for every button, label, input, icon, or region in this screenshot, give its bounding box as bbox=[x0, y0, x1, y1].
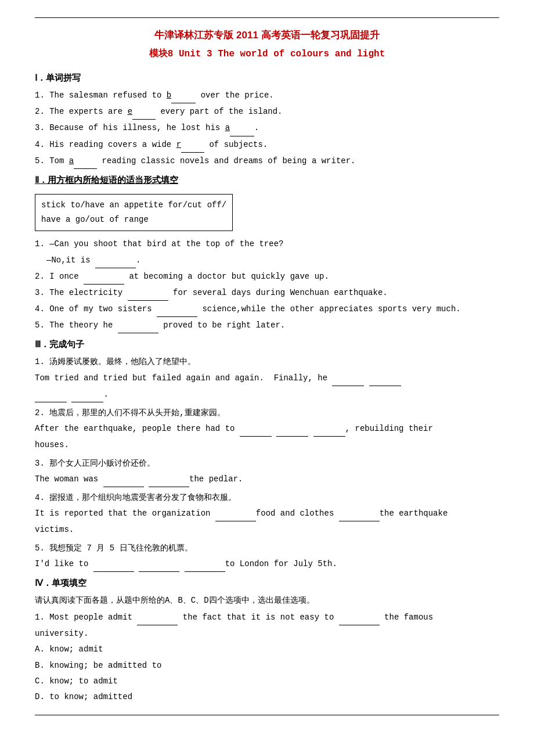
s3-blank-4a bbox=[215, 506, 256, 521]
s3-blank-1a bbox=[332, 371, 364, 386]
s3-cn-4: 4. 据报道，那个组织向地震受害者分发了食物和衣服。 bbox=[35, 491, 499, 505]
section-4-header: Ⅳ．单项填空 bbox=[35, 578, 499, 589]
s4-blank-1b bbox=[339, 610, 380, 625]
s3-en-1: Tom tried and tried but failed again and… bbox=[35, 371, 499, 386]
s2-blank-4 bbox=[157, 302, 197, 317]
s2-item-3: 3. The electricity for several days duri… bbox=[35, 286, 499, 301]
s3-en-2-cont: houses. bbox=[35, 438, 499, 452]
phrase-box: stick to/have an appetite for/cut off/ h… bbox=[35, 194, 233, 231]
top-divider bbox=[35, 17, 499, 18]
s1-answer-3: a bbox=[225, 123, 230, 132]
s3-blank-2a bbox=[240, 422, 272, 437]
s2-item-5: 5. The theory he proved to be right late… bbox=[35, 318, 499, 333]
section-3: Ⅲ．完成句子 1. 汤姆屡试屡败。最终，他陷入了绝望中。 Tom tried a… bbox=[35, 339, 499, 571]
section-1-header: Ⅰ．单词拼写 bbox=[35, 73, 499, 84]
s2-item-1a: 1. —Can you shoot that bird at the top o… bbox=[35, 237, 499, 251]
s4-blank-1a bbox=[137, 610, 178, 625]
s3-blank-2c bbox=[313, 422, 345, 437]
s3-en-3: The woman was the pedlar. bbox=[35, 472, 499, 487]
s2-item-4: 4. One of my two sisters science,while t… bbox=[35, 302, 499, 317]
section-2: Ⅱ．用方框内所给短语的适当形式填空 stick to/have an appet… bbox=[35, 175, 499, 334]
s1-answer-5: a bbox=[69, 156, 74, 165]
s3-blank-4b bbox=[339, 506, 380, 521]
s3-en-2: After the earthquake, people there had t… bbox=[35, 422, 499, 437]
s3-en-4-cont: victims. bbox=[35, 523, 499, 537]
main-title: 牛津译林江苏专版 2011 高考英语一轮复习巩固提升 bbox=[35, 28, 499, 42]
s2-blank-3 bbox=[128, 286, 168, 301]
s2-item-1b: —No,it is . bbox=[46, 253, 499, 268]
s3-blank-1d bbox=[71, 387, 103, 402]
s2-item-2: 2. I once at becoming a doctor but quick… bbox=[35, 269, 499, 285]
section-1: Ⅰ．单词拼写 1. The salesman refused to b over… bbox=[35, 73, 499, 169]
s2-blank-1 bbox=[95, 253, 136, 268]
sub-title: 模块8 Unit 3 The world of colours and ligh… bbox=[35, 48, 499, 60]
s3-cn-2: 2. 地震后，那里的人们不得不从头开始,重建家园。 bbox=[35, 406, 499, 420]
s3-blank-3a bbox=[103, 472, 144, 487]
s1-blank-5 bbox=[74, 154, 97, 169]
s3-blank-1b bbox=[369, 371, 401, 386]
s1-answer-1: b bbox=[167, 91, 171, 100]
phrase-line-2: have a go/out of range bbox=[41, 215, 149, 224]
s1-answer-4: r bbox=[176, 140, 181, 149]
s3-blank-1c bbox=[35, 387, 67, 402]
section-3-header: Ⅲ．完成句子 bbox=[35, 339, 499, 350]
s3-en-1-cont: . bbox=[35, 387, 499, 402]
s3-en-4: It is reported that the organization foo… bbox=[35, 506, 499, 521]
s1-item-4: 4. His reading covers a wide r of subjec… bbox=[35, 138, 499, 153]
s4-item-1-stem-cont: university. bbox=[35, 627, 499, 641]
section-2-header: Ⅱ．用方框内所给短语的适当形式填空 bbox=[35, 175, 499, 186]
s3-en-5: I'd like to to London for July 5th. bbox=[35, 557, 499, 572]
s4-item-1-stem: 1. Most people admit the fact that it is… bbox=[35, 610, 499, 625]
page: 牛津译林江苏专版 2011 高考英语一轮复习巩固提升 模块8 Unit 3 Th… bbox=[0, 0, 534, 756]
s2-blank-2 bbox=[84, 269, 124, 285]
bottom-divider bbox=[35, 715, 499, 715]
s4-option-a: A. know; admit bbox=[35, 642, 499, 657]
s3-blank-5b bbox=[139, 557, 179, 572]
s3-blank-3b bbox=[149, 472, 189, 487]
s3-cn-1: 1. 汤姆屡试屡败。最终，他陷入了绝望中。 bbox=[35, 355, 499, 369]
s3-blank-5c bbox=[185, 557, 225, 572]
s4-option-d: D. to know; admitted bbox=[35, 690, 499, 704]
s4-option-b: B. knowing; be admitted to bbox=[35, 658, 499, 673]
s1-item-3: 3. Because of his illness, he lost his a… bbox=[35, 121, 499, 136]
s4-intro: 请认真阅读下面各题，从题中所给的A、B、C、D四个选项中，选出最佳选项。 bbox=[35, 593, 499, 608]
s1-blank-4 bbox=[181, 138, 204, 153]
s1-blank-2 bbox=[132, 105, 156, 120]
s1-item-2: 2. The experts are e every part of the i… bbox=[35, 105, 499, 120]
section-4: Ⅳ．单项填空 请认真阅读下面各题，从题中所给的A、B、C、D四个选项中，选出最佳… bbox=[35, 578, 499, 704]
s2-blank-5 bbox=[118, 318, 158, 333]
s3-cn-3: 3. 那个女人正同小贩讨价还价。 bbox=[35, 456, 499, 471]
s3-blank-2b bbox=[276, 422, 308, 437]
s1-blank-1 bbox=[171, 88, 196, 103]
phrase-line-1: stick to/have an appetite for/cut off/ bbox=[41, 200, 226, 210]
s1-answer-2: e bbox=[128, 107, 132, 116]
s4-option-c: C. know; to admit bbox=[35, 674, 499, 689]
s3-cn-5: 5. 我想预定 7 月 5 日飞往伦敦的机票。 bbox=[35, 541, 499, 556]
s1-item-1: 1. The salesman refused to b over the pr… bbox=[35, 88, 499, 103]
s1-item-5: 5. Tom a reading classic novels and drea… bbox=[35, 154, 499, 169]
s1-blank-3 bbox=[230, 121, 254, 136]
s3-blank-5a bbox=[93, 557, 134, 572]
